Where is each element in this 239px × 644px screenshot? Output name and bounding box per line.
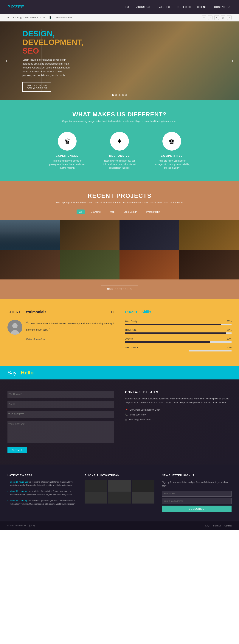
message-input[interactable] <box>8 421 114 443</box>
nav-contact[interactable]: CONTACT US <box>214 6 231 8</box>
dot-1[interactable] <box>112 94 114 96</box>
contact-details-heading: CONTACT DETAILS <box>125 391 231 394</box>
footer-newsletter: NEWSLETTER SIGNUP Sign up for our newsle… <box>162 474 231 512</box>
portfolio-item-5[interactable] <box>0 250 60 280</box>
footer-bottom: © 2014 Template by 17素材网 FAQ Sitemap Con… <box>0 522 239 530</box>
instagram-icon[interactable]: @ <box>221 15 225 20</box>
contact-address-text: 18A, Polo Street (Yellow Door) <box>130 408 160 411</box>
footer-link-contact[interactable]: Contact <box>224 524 231 527</box>
features-grid: ♛ EXPERIENCED There are many variations … <box>8 132 231 170</box>
footer-link-faq[interactable]: FAQ <box>205 524 209 527</box>
footer-tweets: LATEST TWEETS about 16 hours ago we repl… <box>8 474 77 512</box>
tweet-2-time[interactable]: about 16 hours ago <box>10 490 28 492</box>
hero-content: DESIGN, DEVELOPMENT, SEO Lorem ipsum dol… <box>0 22 93 100</box>
hero-title: DESIGN, DEVELOPMENT, SEO <box>23 30 71 56</box>
testimonial-body: “ Lorem ipsum dolor sit amet, consnt dol… <box>26 320 114 341</box>
skill-seo-bar <box>125 350 189 352</box>
portfolio-item-7[interactable] <box>120 250 179 280</box>
portfolio-subtitle: Sed ut perspiciatis unde omnis iste natu… <box>0 201 239 204</box>
hero-cta-button[interactable]: KEEP CALM AND DOWNLOAD PSD <box>23 82 51 92</box>
top-bar: PIXZEE HOME ABOUT US FEATURES PORTFOLIO … <box>0 0 239 14</box>
skill-joomla-bar-bg <box>125 341 231 343</box>
skill-joomla-bar <box>125 341 210 343</box>
portfolio-item-3[interactable] <box>120 220 179 250</box>
hero-dots <box>112 94 127 96</box>
skill-seo-percent: 60% <box>227 346 231 349</box>
hero-prev-arrow[interactable]: ‹ <box>6 58 8 64</box>
dot-4[interactable] <box>122 94 124 96</box>
flickr-heading: FLICKR PHOTOSTREAM <box>85 474 154 477</box>
skill-webdesign-label: Web Design <box>125 320 138 322</box>
filter-logo-design[interactable]: Logo Design <box>121 210 140 214</box>
contact-email: ✉ support@downloadpsd.co <box>125 418 231 421</box>
nav-features[interactable]: FEATURES <box>156 6 170 8</box>
flickr-4[interactable] <box>85 492 107 504</box>
newsletter-email-input[interactable] <box>162 498 231 504</box>
filter-branding[interactable]: Branding <box>88 210 103 214</box>
dot-2[interactable] <box>115 94 117 96</box>
feature-experienced: ♛ EXPERIENCED There are many variations … <box>49 132 86 170</box>
nav-home[interactable]: HOME <box>123 6 131 8</box>
twitter-icon[interactable]: t <box>214 15 219 20</box>
flickr-1[interactable] <box>85 480 107 492</box>
chess-king-icon: ♚ <box>169 137 175 145</box>
contact-phone-text: 0846 9907 8544 <box>130 414 146 416</box>
hero-next-arrow[interactable]: › <box>231 58 233 64</box>
features-subtitle: Capacitance cascading integer reflective… <box>8 120 231 122</box>
testimonial-avatar <box>8 320 23 335</box>
subject-input[interactable] <box>8 411 114 418</box>
rss-icon[interactable]: ⌘ <box>202 15 206 20</box>
contact-details-description: Mauris interdum tortor et eleifend adipi… <box>125 397 231 405</box>
tweet-1: about 16 hours ago we replied to @daibur… <box>8 480 77 487</box>
submit-button[interactable]: SUBMIT <box>8 447 27 453</box>
experienced-title: EXPERIENCED <box>49 154 86 157</box>
filter-all[interactable]: All <box>77 210 84 214</box>
flickr-6[interactable] <box>132 492 154 504</box>
contact-info: ✉ EMAIL@YOURCOMPANY.COM 📱 081-25445-4032 <box>8 16 72 19</box>
skill-htmlcss-label: HTML/CSS <box>125 328 137 331</box>
nav-portfolio[interactable]: PORTFOLIO <box>176 6 191 8</box>
footer-link-sitemap[interactable]: Sitemap <box>213 524 221 527</box>
newsletter-description: Sign up for our newsletter and get free … <box>162 480 231 488</box>
skill-seo: SEO / SMO 60% <box>125 346 231 352</box>
skill-htmlcss-percent: 95% <box>227 328 231 331</box>
skill-webdesign-bar <box>125 324 221 325</box>
pinterest-icon[interactable]: p <box>227 15 231 20</box>
star-icon: ✦ <box>117 137 122 145</box>
email-icon: ✉ <box>8 16 9 19</box>
portfolio-item-4[interactable] <box>179 220 239 250</box>
skill-seo-bar-bg <box>125 350 231 352</box>
skill-htmlcss: HTML/CSS 95% <box>125 328 231 334</box>
tweet-2: about 16 hours ago we replied to @hugobr… <box>8 490 77 496</box>
flickr-2[interactable] <box>108 480 131 492</box>
portfolio-item-1[interactable] <box>0 220 60 250</box>
nav-clients[interactable]: CLIENTS <box>197 6 208 8</box>
email-address: EMAIL@YOURCOMPANY.COM <box>13 16 45 19</box>
tweet-1-time[interactable]: about 16 hours ago <box>10 481 28 483</box>
hero-line1: DESIGN, <box>23 30 71 38</box>
social-icons: ⌘ f t @ p <box>202 15 231 20</box>
testimonials-nav[interactable]: ‹ › <box>111 310 114 314</box>
skills-heading: PIXZEE Skills <box>125 310 231 314</box>
email-input[interactable] <box>8 401 114 408</box>
dot-5[interactable] <box>125 94 127 96</box>
flickr-5[interactable] <box>108 492 131 504</box>
flickr-3[interactable] <box>132 480 154 492</box>
filter-photography[interactable]: Photography <box>143 210 162 214</box>
logo[interactable]: PIXZEE <box>8 4 24 9</box>
phone-icon: 📱 <box>49 16 52 19</box>
portfolio-heading: RECENT PROJECTS <box>0 192 239 199</box>
filter-web[interactable]: Web <box>107 210 117 214</box>
portfolio-cta-button[interactable]: OUR PORTFOLIO <box>101 285 138 293</box>
name-input[interactable] <box>8 391 114 398</box>
portfolio-item-8[interactable] <box>179 250 239 280</box>
subscribe-button[interactable]: SUBSCRIBE <box>162 506 231 512</box>
portfolio-item-6[interactable] <box>60 250 120 280</box>
dot-3[interactable] <box>119 94 120 96</box>
phone-icon: 📞 <box>125 414 128 416</box>
tweet-3-time[interactable]: about 16 hours ago <box>10 500 28 502</box>
nav-about[interactable]: ABOUT US <box>136 6 150 8</box>
newsletter-name-input[interactable] <box>162 491 231 496</box>
portfolio-item-2[interactable] <box>60 220 120 250</box>
facebook-icon[interactable]: f <box>208 15 212 20</box>
